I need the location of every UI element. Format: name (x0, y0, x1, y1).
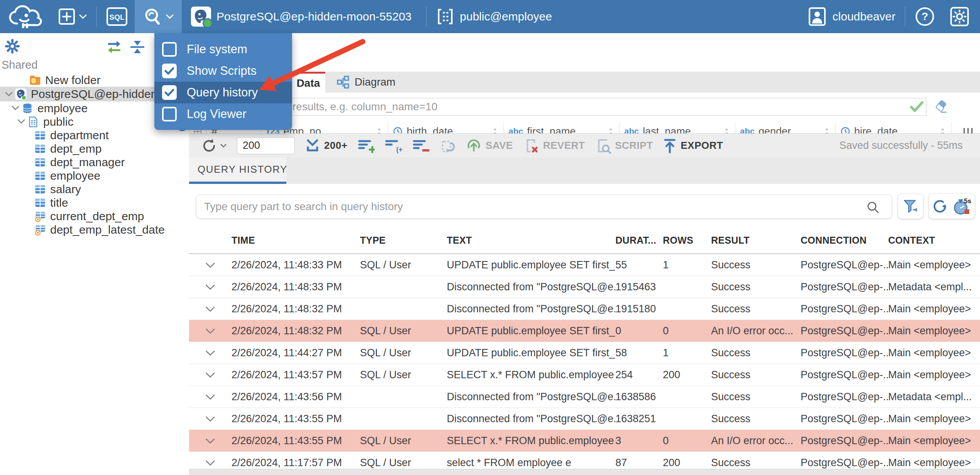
query-history-row[interactable]: 2/26/2024, 11:43:57 PMSQL / UserSELECT x… (189, 364, 980, 386)
export-button[interactable]: EXPORT (663, 138, 723, 154)
sort-icon[interactable] (375, 126, 383, 133)
add-row-button[interactable] (358, 138, 375, 153)
gear-icon (949, 6, 970, 27)
tab-query-history[interactable]: QUERY HISTORY (189, 157, 286, 184)
checkbox-unchecked-icon[interactable] (162, 107, 177, 121)
tree-expand-chevron-icon[interactable] (15, 119, 27, 124)
schema-selector[interactable]: public@employee (429, 0, 559, 33)
grid-col-header-birth_date[interactable]: birth_date (388, 123, 504, 133)
row-expand-chevron-icon[interactable] (189, 460, 231, 466)
row-expand-chevron-icon[interactable] (189, 416, 231, 422)
col-header-duration[interactable]: DURAT... (615, 235, 663, 246)
checkbox-checked-icon[interactable] (162, 85, 177, 100)
settings-button[interactable] (942, 0, 980, 33)
col-header-result[interactable]: RESULT (711, 235, 801, 246)
sync-connection-icon[interactable] (106, 39, 123, 55)
tree-expand-chevron-icon[interactable] (10, 106, 21, 111)
sort-icon[interactable] (939, 126, 946, 133)
query-history-row[interactable]: 2/26/2024, 11:48:33 PMSQL / UserUPDATE p… (189, 254, 980, 276)
cell-context: Main <employee> (888, 325, 980, 337)
row-expand-chevron-icon[interactable] (189, 372, 231, 378)
revert-button[interactable]: REVERT (523, 138, 585, 154)
row-expand-chevron-icon[interactable] (189, 306, 231, 312)
query-history-row[interactable]: 2/26/2024, 11:48:33 PMDisconnected from … (189, 276, 980, 298)
query-history-refresh-group[interactable]: 5s (929, 194, 975, 219)
sort-icon[interactable] (491, 126, 499, 133)
row-limit-input[interactable] (237, 137, 295, 154)
copy-results-button[interactable] (439, 138, 456, 154)
sort-icon[interactable] (607, 126, 615, 133)
tab-diagram[interactable]: Diagram (325, 72, 407, 93)
col-header-time[interactable]: TIME (231, 235, 360, 246)
cell-time: 2/26/2024, 11:43:57 PM (231, 369, 360, 381)
grid-col-header-first_name[interactable]: abcfirst_name (504, 123, 620, 133)
col-header-text[interactable]: TEXT (447, 235, 615, 246)
col-header-context[interactable]: CONTEXT (888, 235, 980, 246)
tree-item-dept-emp-latest-date[interactable]: dept_emp_latest_date (0, 223, 189, 236)
svg-text:(+): (+) (396, 146, 402, 153)
row-expand-chevron-icon[interactable] (189, 438, 231, 444)
tree-item-salary[interactable]: salary (0, 182, 189, 196)
script-button[interactable]: SCRIPT (595, 138, 653, 154)
filter-clear-button[interactable] (933, 99, 948, 115)
tree-item-department[interactable]: department (0, 128, 189, 142)
tab-data[interactable]: Data (291, 72, 325, 93)
query-history-row[interactable]: 2/26/2024, 11:43:56 PMDisconnected from … (189, 386, 980, 408)
cell-connection: PostgreSQL@ep-... (801, 369, 888, 381)
row-expand-chevron-icon[interactable] (189, 284, 231, 290)
result-toolbar: 200+ (+) (189, 133, 980, 157)
query-history-row[interactable]: 2/26/2024, 11:48:32 PMDisconnected from … (189, 298, 980, 320)
query-history-row[interactable]: 2/26/2024, 11:48:32 PMSQL / UserUPDATE p… (189, 320, 980, 342)
query-history-row[interactable]: 2/26/2024, 11:44:27 PMSQL / UserUPDATE p… (189, 342, 980, 364)
row-expand-chevron-icon[interactable] (189, 328, 231, 334)
menu-item-show-scripts[interactable]: Show Scripts (154, 60, 292, 82)
tree-item-dept-emp[interactable]: dept_emp (0, 142, 189, 155)
sort-icon[interactable] (823, 126, 831, 133)
navigator-settings-gear-icon[interactable] (5, 39, 20, 54)
menu-item-file-system[interactable]: File system (154, 39, 292, 60)
tree-item-current-dept-emp[interactable]: current_dept_emp (0, 209, 189, 223)
help-button[interactable]: ? (907, 0, 942, 33)
col-header-rows[interactable]: ROWS (663, 235, 711, 246)
query-history-search-input[interactable] (196, 195, 892, 219)
row-expand-chevron-icon[interactable] (189, 350, 231, 356)
sort-icon[interactable] (723, 126, 730, 133)
tree-item-employee[interactable]: employee (0, 169, 189, 182)
delete-row-button[interactable] (412, 138, 429, 153)
filter-apply-button[interactable] (907, 98, 926, 116)
query-history-filter-button[interactable] (898, 194, 923, 219)
collapse-all-icon[interactable] (129, 39, 146, 55)
grid-col-header-last_name[interactable]: abclast_name (620, 123, 735, 133)
col-header-type[interactable]: TYPE (360, 235, 447, 246)
grid-layout-icon[interactable] (963, 127, 973, 133)
save-button[interactable]: SAVE (466, 138, 513, 154)
cell-time: 2/26/2024, 11:43:56 PM (231, 391, 360, 403)
row-expand-chevron-icon[interactable] (189, 394, 231, 400)
query-history-row[interactable]: 2/26/2024, 11:43:55 PMDisconnected from … (189, 408, 980, 430)
menu-item-log-viewer[interactable]: Log Viewer (154, 103, 292, 125)
user-menu[interactable]: cloudbeaver (800, 0, 902, 33)
sql-editor-button[interactable]: SQL (99, 0, 135, 33)
connection-selector[interactable]: PostgreSQL@ep-hidden-moon-55203 (182, 0, 419, 33)
menu-item-label: Query history (187, 86, 258, 99)
col-header-connection[interactable]: CONNECTION (801, 235, 888, 246)
grid-col-header-gender[interactable]: abcgender (735, 123, 836, 133)
horizontal-scrollbar-track[interactable] (189, 469, 980, 475)
refresh-button[interactable] (201, 137, 227, 154)
checkbox-unchecked-icon[interactable] (162, 42, 177, 57)
new-connection-button[interactable] (51, 0, 94, 33)
query-history-row[interactable]: 2/26/2024, 11:43:55 PMSQL / UserSELECT x… (189, 430, 980, 452)
checkbox-checked-icon[interactable] (162, 64, 177, 78)
cell-connection: PostgreSQL@ep-... (801, 325, 888, 337)
tree-item-dept-manager[interactable]: dept_manager (0, 155, 189, 169)
row-expand-chevron-icon[interactable] (189, 262, 231, 268)
tree-item-title[interactable]: title (0, 196, 189, 209)
tools-menu-button[interactable] (135, 0, 182, 33)
filter-expression-input[interactable] (196, 98, 907, 116)
tree-expand-chevron-icon[interactable] (3, 92, 15, 97)
fetch-more-button[interactable]: 200+ (305, 138, 348, 153)
duplicate-row-button[interactable]: (+) (385, 138, 402, 153)
menu-item-query-history[interactable]: Query history (154, 82, 292, 103)
cell-connection: PostgreSQL@ep-... (801, 281, 888, 293)
grid-col-header-hire_date[interactable]: hire_date (836, 123, 951, 133)
